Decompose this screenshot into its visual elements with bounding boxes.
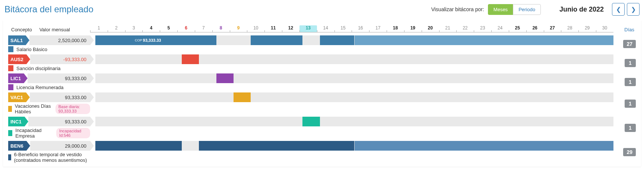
timeline-segment[interactable] (182, 54, 199, 64)
concept-row-AUS2: AUS2-93,333.00Sanción disciplinaria1 (8, 54, 636, 71)
concept-description: Sanción disciplinaria (16, 66, 61, 71)
day-3[interactable]: 3 (125, 25, 143, 32)
day-13[interactable]: 13 (299, 25, 317, 32)
accent-bar (8, 84, 13, 90)
days-count: 1 (625, 59, 636, 67)
bitacora-panel: Concepto Valor mensual 12345678910111213… (3, 20, 641, 167)
prev-month-button[interactable]: ❮ (612, 3, 625, 16)
timeline-track (95, 73, 613, 83)
timeline-segment[interactable] (355, 35, 614, 45)
day-15[interactable]: 15 (334, 25, 352, 32)
monthly-value: 29,000.00 (30, 141, 90, 151)
day-16[interactable]: 16 (352, 25, 369, 32)
monthly-value: 93,333.00 (28, 73, 90, 83)
day-7[interactable]: 7 (195, 25, 212, 32)
concept-description: 6-Beneficio temporal de vestido (contrat… (14, 152, 91, 163)
timeline-segment[interactable] (234, 92, 251, 102)
day-17[interactable]: 17 (369, 25, 387, 32)
concept-row-LIC1: LIC193,333.00Licencia Remunerada1 (8, 73, 636, 90)
days-count: 1 (625, 78, 636, 86)
day-19[interactable]: 19 (404, 25, 422, 32)
day-23[interactable]: 23 (474, 25, 491, 32)
day-14[interactable]: 14 (317, 25, 334, 32)
concept-description: Vacaciones Días Hábiles (15, 103, 53, 114)
days-count: 1 (625, 100, 636, 108)
col-concepto: Concepto (11, 27, 32, 32)
concept-row-SAL1: SAL12,520,000.00Salario BásicoCOP93,333.… (8, 35, 636, 52)
accent-bar (8, 130, 12, 136)
chevron-right-icon: ❯ (631, 6, 636, 13)
day-27[interactable]: 27 (544, 25, 561, 32)
timeline-track (95, 141, 613, 151)
day-18[interactable]: 18 (387, 25, 404, 32)
day-29[interactable]: 29 (578, 25, 596, 32)
col-dias: Días (613, 27, 636, 32)
timeline-segment[interactable] (199, 141, 354, 151)
concept-tag[interactable]: LIC1 (8, 73, 24, 83)
concept-description: Salario Básico (16, 47, 47, 52)
accent-bar (8, 65, 13, 71)
accent-bar (8, 154, 11, 160)
day-28[interactable]: 28 (561, 25, 578, 32)
concept-description: Incapacidad Empresa (15, 128, 53, 139)
concept-tag[interactable]: AUS2 (8, 54, 26, 64)
timeline-track (95, 54, 613, 64)
period-button[interactable]: Periodo (513, 4, 541, 15)
col-valor: Valor mensual (39, 27, 70, 32)
timeline-segment[interactable] (302, 117, 320, 126)
days-count: 1 (625, 124, 636, 132)
timeline-segment[interactable] (95, 141, 182, 151)
current-month: Junio de 2022 (559, 6, 604, 13)
concept-row-BEN6: BEN629,000.006-Beneficio temporal de ves… (8, 141, 636, 163)
day-9[interactable]: 9 (230, 25, 247, 32)
monthly-value: 93,333.00 (30, 92, 90, 102)
day-8[interactable]: 8 (212, 25, 230, 32)
chevron-left-icon: ❮ (616, 6, 621, 13)
monthly-value: 93,333.00 (28, 117, 90, 126)
day-4[interactable]: 4 (142, 25, 160, 32)
day-30[interactable]: 30 (596, 25, 613, 32)
day-20[interactable]: 20 (422, 25, 439, 32)
concept-row-INC1: INC193,333.00Incapacidad EmpresaIncapaci… (8, 117, 636, 139)
segment-label: COP93,333.33 (133, 35, 161, 45)
timeline-track (95, 117, 613, 126)
days-count: 29 (623, 148, 636, 156)
concept-tag[interactable]: BEN6 (8, 141, 26, 151)
day-6[interactable]: 6 (177, 25, 195, 32)
months-button[interactable]: Meses (488, 4, 513, 15)
day-11[interactable]: 11 (264, 25, 282, 32)
day-10[interactable]: 10 (247, 25, 264, 32)
day-26[interactable]: 26 (526, 25, 544, 32)
next-month-button[interactable]: ❯ (627, 3, 640, 16)
info-pill: Base diaria: 93,333.33 (55, 104, 90, 114)
concept-description: Licencia Remunerada (16, 85, 63, 90)
concept-tag[interactable]: INC1 (8, 117, 25, 126)
page-title: Bitácora del empleado (4, 4, 431, 15)
monthly-value: 2,520,000.00 (29, 35, 90, 45)
day-24[interactable]: 24 (491, 25, 509, 32)
day-5[interactable]: 5 (160, 25, 177, 32)
concept-tag[interactable]: VAC1 (8, 92, 26, 102)
concept-tag[interactable]: SAL1 (8, 35, 26, 45)
timeline-header: 1234567891011121314151617181920212223242… (90, 25, 613, 32)
info-pill: Incapacidad Id:546 (56, 128, 90, 138)
day-25[interactable]: 25 (509, 25, 526, 32)
concept-row-VAC1: VAC193,333.00Vacaciones Días HábilesBase… (8, 92, 636, 114)
day-22[interactable]: 22 (456, 25, 474, 32)
day-2[interactable]: 2 (108, 25, 125, 32)
days-count: 27 (623, 40, 636, 48)
day-1[interactable]: 1 (90, 25, 108, 32)
timeline-segment[interactable] (216, 73, 234, 83)
accent-bar (8, 106, 12, 112)
monthly-value: -93,333.00 (30, 54, 90, 64)
view-mode-toggle: Meses Periodo (488, 4, 541, 15)
accent-bar (8, 46, 13, 52)
day-12[interactable]: 12 (282, 25, 299, 32)
day-21[interactable]: 21 (439, 25, 457, 32)
timeline-segment[interactable] (355, 141, 614, 151)
timeline-segment[interactable] (251, 35, 302, 45)
timeline-track (95, 92, 613, 102)
timeline-segment[interactable] (320, 35, 355, 45)
timeline-track: COP93,333.33 (95, 35, 613, 45)
view-by-label: Visualizar bitácora por: (431, 6, 484, 12)
